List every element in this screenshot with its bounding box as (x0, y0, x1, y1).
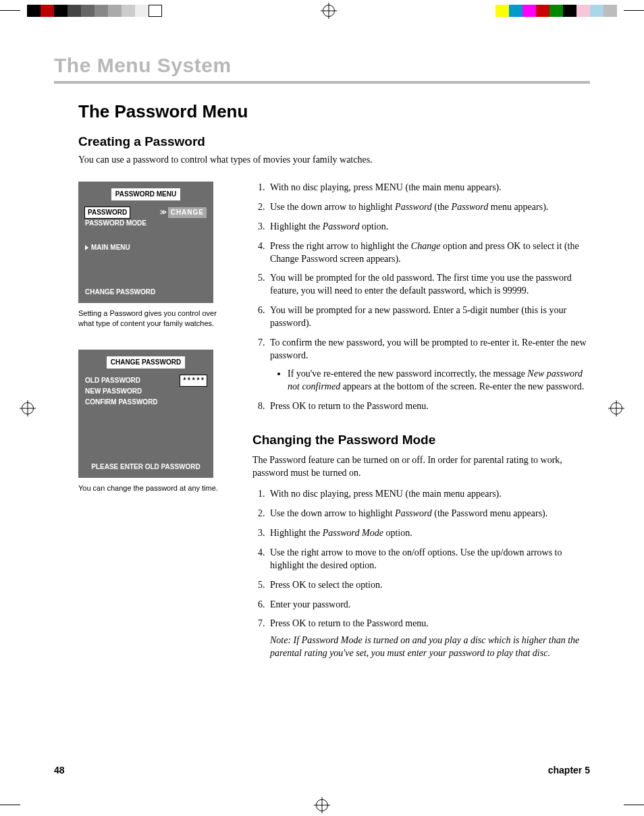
chapter-heading: The Menu System (54, 54, 590, 84)
section-title: The Password Menu (78, 101, 590, 122)
figure-column: PASSWORD MENU PASSWORD >> CHANGE PASSWOR… (78, 182, 234, 667)
step: Use the down arrow to highlight Password… (267, 201, 590, 214)
step: To confirm the new password, you will be… (267, 337, 590, 393)
page-footer: 48 chapter 5 (54, 765, 590, 776)
crop-mark (617, 3, 644, 19)
step: You will be prompted for the old passwor… (267, 272, 590, 298)
figure-caption: You can change the password at any time. (78, 483, 234, 493)
step: Use the right arrow to move to the on/of… (267, 547, 590, 572)
step: You will be prompted for a new password.… (267, 304, 590, 330)
chapter-label: chapter 5 (548, 765, 590, 776)
osd-item-password-mode: PASSWORD MODE (85, 218, 207, 229)
osd-title: PASSWORD MENU (111, 188, 180, 200)
step: Highlight the Password Mode option. (267, 527, 590, 540)
osd-label-new-password: NEW PASSWORD (85, 386, 207, 397)
steps-password-mode: With no disc playing, press MENU (the ma… (252, 488, 590, 660)
step: With no disc playing, press MENU (the ma… (267, 488, 590, 501)
step: Press the right arrow to highlight the C… (267, 240, 590, 266)
body-paragraph: The Password feature can be turned on or… (252, 454, 590, 480)
step: Enter your password. (267, 599, 590, 611)
osd-field-stars: * * * * * (180, 375, 207, 386)
crop-mark (617, 797, 644, 813)
crop-mark (0, 797, 27, 813)
osd-title: CHANGE PASSWORD (107, 356, 185, 369)
osd-item-change: CHANGE (168, 207, 207, 218)
color-bars-right (495, 5, 617, 17)
steps-creating-password: With no disc playing, press MENU (the ma… (252, 182, 590, 412)
osd-label-confirm-password: CONFIRM PASSWORD (85, 397, 207, 408)
print-registration-bottom (0, 797, 644, 813)
osd-status-bar: CHANGE PASSWORD (85, 287, 207, 298)
note: Note: If Password Mode is turned on and … (270, 634, 590, 660)
text-column: With no disc playing, press MENU (the ma… (252, 182, 590, 667)
crop-mark (0, 3, 27, 19)
osd-item-main-menu: MAIN MENU (85, 242, 207, 253)
registration-mark-icon (610, 402, 622, 414)
registration-mark-icon (316, 799, 328, 811)
subsection-heading: Changing the Password Mode (252, 433, 590, 447)
caret-right-icon (85, 245, 88, 250)
print-registration-top (0, 3, 644, 19)
osd-item-password: PASSWORD (85, 207, 130, 218)
osd-prompt: PLEASE ENTER OLD PASSWORD (85, 462, 207, 472)
subsection-heading: Creating a Password (78, 134, 590, 149)
osd-label-old-password: OLD PASSWORD (85, 375, 140, 386)
chevron-right-icon: >> (160, 207, 165, 218)
figure-caption: Setting a Password gives you control ove… (78, 308, 234, 329)
osd-screenshot-change-password: CHANGE PASSWORD OLD PASSWORD * * * * * N… (78, 350, 213, 478)
page-number: 48 (54, 765, 65, 776)
color-bars-left (27, 5, 162, 17)
page-body: The Menu System The Password Menu Creati… (54, 54, 590, 762)
osd-screenshot-password-menu: PASSWORD MENU PASSWORD >> CHANGE PASSWOR… (78, 182, 213, 303)
substep: If you've re-entered the new password in… (288, 368, 590, 393)
intro-paragraph: You can use a password to control what t… (78, 155, 590, 165)
registration-mark-icon (22, 402, 34, 414)
step: With no disc playing, press MENU (the ma… (267, 182, 590, 194)
step: Press OK to return to the Password menu.… (267, 618, 590, 660)
substeps: If you've re-entered the new password in… (270, 368, 590, 393)
step: Press OK to select the option. (267, 579, 590, 592)
registration-mark-icon (323, 5, 335, 17)
step: Press OK to return to the Password menu. (267, 400, 590, 413)
step: Highlight the Password option. (267, 221, 590, 234)
step: Use the down arrow to highlight Password… (267, 508, 590, 520)
